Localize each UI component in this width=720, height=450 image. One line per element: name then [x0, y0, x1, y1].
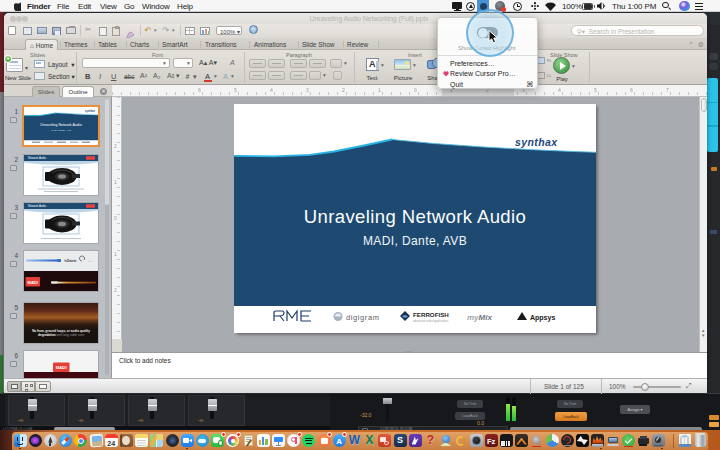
- svg-text:digigram: digigram: [346, 313, 380, 322]
- svg-text:MADI, Dante, AVB: MADI, Dante, AVB: [363, 234, 467, 248]
- svg-text:FERROFISH: FERROFISH: [413, 311, 449, 318]
- svg-text:Unraveling Network Audio: Unraveling Network Audio: [304, 206, 526, 227]
- svg-text:advanced audio applications: advanced audio applications: [413, 319, 449, 323]
- svg-text:myMix: myMix: [467, 313, 492, 322]
- svg-text:Network Audio: Network Audio: [28, 156, 46, 160]
- svg-text:⋯: ⋯: [88, 259, 92, 264]
- svg-text:synthax: synthax: [515, 136, 558, 148]
- svg-text:Appsys: Appsys: [530, 314, 555, 322]
- svg-text:Network Audio: Network Audio: [28, 204, 46, 208]
- svg-text:℅Dante: ℅Dante: [64, 259, 77, 263]
- svg-text:MADI: MADI: [56, 365, 67, 370]
- svg-text:MADI, Dante, AVB: MADI, Dante, AVB: [51, 129, 71, 132]
- svg-text:synthax: synthax: [85, 109, 95, 113]
- svg-text:MADI: MADI: [28, 280, 38, 285]
- svg-text:Unraveling Network Audio: Unraveling Network Audio: [40, 123, 81, 127]
- svg-text:degradation with long cable ru: degradation with long cable runs: [38, 333, 84, 337]
